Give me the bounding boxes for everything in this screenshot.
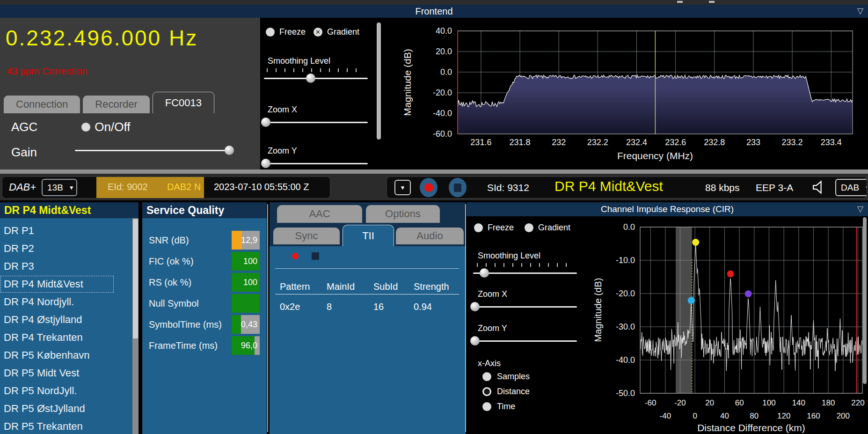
gain-slider[interactable] bbox=[75, 145, 229, 155]
x-axis-option-label: Time bbox=[497, 402, 515, 412]
cir-smoothing-slider[interactable] bbox=[473, 268, 577, 278]
cir-smoothing-knob[interactable] bbox=[480, 268, 489, 278]
zoom-y-track bbox=[264, 163, 368, 164]
quality-bar: 96,0 bbox=[232, 336, 260, 355]
zoom-y-slider[interactable] bbox=[264, 158, 368, 169]
service-list-item[interactable]: DR P4 Østjylland bbox=[0, 311, 132, 329]
tab-connection[interactable]: Connection bbox=[4, 96, 80, 113]
frontend-collapse-icon[interactable]: ▽ bbox=[857, 6, 863, 16]
smoothing-label: Smoothing Level bbox=[268, 56, 330, 66]
gradient-label: Gradient bbox=[327, 27, 359, 37]
freeze-control: Freeze bbox=[266, 27, 306, 37]
tii-status-square bbox=[312, 252, 319, 260]
record-button[interactable] bbox=[420, 178, 438, 197]
cir-zoom-y-track bbox=[473, 340, 577, 342]
service-list-item[interactable]: DR P4 Nordjyll. bbox=[0, 293, 132, 311]
smoothing-tickmarks bbox=[267, 68, 362, 72]
ppm-correction: 43 ppm Correction bbox=[7, 66, 88, 77]
gradient-checkbox[interactable] bbox=[314, 28, 322, 37]
cir-freeze-radio[interactable] bbox=[474, 223, 483, 232]
channel-select[interactable]: 13B ▼ bbox=[42, 179, 77, 196]
output-select[interactable]: DAB ▼ bbox=[835, 179, 867, 196]
cir-scrollbar[interactable] bbox=[863, 217, 867, 384]
quality-bar: 12,9 bbox=[232, 231, 260, 250]
quality-bar-value: 100 bbox=[243, 273, 257, 292]
cir-gradient-radio[interactable] bbox=[525, 223, 533, 232]
svg-text:-40.0: -40.0 bbox=[433, 109, 452, 118]
app-window: Frontend ▽ 0.232.496.000 Hz 43 ppm Corre… bbox=[0, 0, 868, 434]
svg-text:-30.0: -30.0 bbox=[616, 322, 635, 331]
cir-smoothing-label: Smoothing Level bbox=[478, 251, 540, 261]
panel-divider[interactable] bbox=[465, 204, 466, 432]
service-list-item[interactable]: DR P5 NordJyll. bbox=[0, 382, 132, 400]
gain-slider-knob[interactable] bbox=[225, 146, 234, 155]
cir-zoom-x-knob[interactable] bbox=[470, 302, 480, 311]
cir-freeze-label: Freeze bbox=[488, 223, 514, 233]
output-caret-icon: ▼ bbox=[865, 184, 867, 191]
smoothing-slider[interactable] bbox=[264, 73, 368, 83]
separator-line bbox=[275, 268, 459, 269]
svg-text:233.4: 233.4 bbox=[821, 138, 842, 147]
panel-divider[interactable] bbox=[267, 204, 268, 432]
quality-row: SNR (dB)12,9 bbox=[142, 231, 267, 250]
quality-bar-value: 12,9 bbox=[241, 231, 257, 250]
service-dropdown-button[interactable]: ▼ bbox=[394, 180, 411, 195]
x-axis-radio-distance[interactable] bbox=[482, 387, 491, 396]
status-bar: DAB+ 13B ▼ EId: 9002 DAB2 N 2023-07-10 0… bbox=[0, 174, 868, 200]
service-list-item[interactable]: DR P1 bbox=[0, 222, 132, 240]
tab-options[interactable]: Options bbox=[366, 205, 440, 223]
tab-audio[interactable]: Audio bbox=[396, 228, 464, 244]
svg-text:232.2: 232.2 bbox=[587, 138, 608, 147]
x-axis-radio-time[interactable] bbox=[482, 402, 491, 411]
stop-button[interactable] bbox=[449, 178, 467, 197]
spectrum-controls: Freeze Gradient Smoothing Level Zoom X Z… bbox=[260, 18, 384, 169]
quality-row: RS (ok %)100 bbox=[142, 273, 267, 292]
svg-text:231.6: 231.6 bbox=[470, 138, 491, 147]
output-value: DAB bbox=[841, 183, 859, 193]
cir-marker-transmitter-2 bbox=[727, 270, 734, 277]
x-axis-option-label: Distance bbox=[497, 387, 530, 397]
svg-text:Distance Difference (km): Distance Difference (km) bbox=[697, 422, 805, 433]
zoom-y-label: Zoom Y bbox=[268, 146, 297, 156]
stop-icon bbox=[454, 184, 461, 192]
x-axis-radio-samples[interactable] bbox=[482, 372, 491, 381]
cir-zoom-x-slider[interactable] bbox=[473, 302, 577, 312]
controls-scrollbar[interactable] bbox=[377, 22, 381, 140]
zoom-x-slider[interactable] bbox=[264, 117, 368, 127]
quality-row-label: FIC (ok %) bbox=[149, 252, 194, 271]
quality-bar-fill bbox=[232, 315, 241, 334]
zoom-y-knob[interactable] bbox=[261, 159, 270, 168]
x-axis-group-label: x-Axis bbox=[478, 359, 501, 368]
header-underline bbox=[275, 294, 459, 294]
channel-caret-icon: ▼ bbox=[69, 184, 74, 191]
agc-row: AGC On/Off bbox=[11, 120, 130, 134]
service-list-item[interactable]: DR P4 Midt&Vest bbox=[0, 275, 114, 293]
zoom-x-knob[interactable] bbox=[261, 118, 270, 127]
service-list-item[interactable]: DR P3 bbox=[0, 257, 132, 275]
cir-collapse-icon[interactable]: ▽ bbox=[857, 204, 863, 214]
service-list-item[interactable]: DR P2 bbox=[0, 240, 132, 257]
svg-text:-60.0: -60.0 bbox=[433, 129, 452, 139]
ensemble-id: EId: 9002 bbox=[108, 182, 148, 192]
tab-tii[interactable]: TII bbox=[343, 225, 394, 246]
freeze-radio[interactable] bbox=[266, 28, 275, 37]
tab-aac[interactable]: AAC bbox=[277, 205, 362, 223]
service-list-item[interactable]: DR P5 ØstJylland bbox=[0, 400, 132, 418]
speaker-icon[interactable] bbox=[811, 179, 827, 195]
agc-radio[interactable] bbox=[81, 123, 90, 132]
service-list-scrollbar[interactable] bbox=[132, 218, 139, 434]
service-list-scrollbar-thumb[interactable] bbox=[133, 219, 138, 338]
frontend-section-header: Frontend ▽ bbox=[0, 5, 868, 18]
cir-zoom-y-slider[interactable] bbox=[473, 336, 577, 346]
tab-sync[interactable]: Sync bbox=[273, 228, 340, 244]
cir-marker-transmitter-4 bbox=[745, 290, 752, 297]
service-list-item[interactable]: DR P5 Midt Vest bbox=[0, 364, 132, 382]
smoothing-knob[interactable] bbox=[306, 74, 315, 83]
tab-fc0013[interactable]: FC0013 bbox=[153, 92, 214, 113]
cir-panel: Channel Impulse Response (CIR) ▽ Freeze … bbox=[467, 202, 868, 434]
service-list-item[interactable]: DR P4 Trekanten bbox=[0, 329, 132, 346]
service-list-item[interactable]: DR P5 København bbox=[0, 346, 132, 364]
tab-recorder[interactable]: Recorder bbox=[83, 96, 149, 113]
service-list-item[interactable]: DR P5 Trekanten bbox=[0, 418, 132, 434]
cir-zoom-y-knob[interactable] bbox=[470, 336, 480, 346]
